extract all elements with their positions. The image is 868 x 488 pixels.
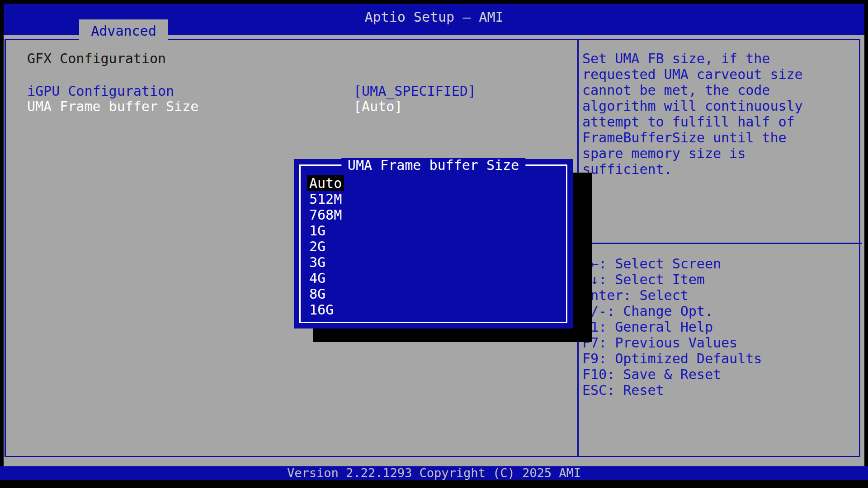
menu-item-value[interactable]: [Auto] xyxy=(354,99,402,114)
hotkey-general-help: F1: General Help xyxy=(582,319,762,335)
dialog-title: UMA Frame buffer Size xyxy=(341,158,525,173)
help-text: Set UMA FB size, if the requested UMA ca… xyxy=(582,51,860,177)
tab-advanced[interactable]: Advanced xyxy=(79,19,168,42)
option-2g[interactable]: 2G xyxy=(309,239,344,254)
version-text: Version 2.22.1293 Copyright (C) 2025 AMI xyxy=(0,466,868,480)
section-title: GFX Configuration xyxy=(27,51,166,66)
selected-option-highlight[interactable]: Auto xyxy=(307,175,344,191)
hotkey-optimized-defaults: F9: Optimized Defaults xyxy=(582,351,762,366)
option-3g[interactable]: 3G xyxy=(309,254,344,270)
menu-item-value[interactable]: [UMA_SPECIFIED] xyxy=(354,83,476,99)
option-16g[interactable]: 16G xyxy=(309,302,344,318)
hotkey-esc-reset: ESC: Reset xyxy=(582,382,762,398)
menu-item-label: UMA Frame buffer Size xyxy=(27,99,198,114)
hotkey-save-reset: F10: Save & Reset xyxy=(582,366,762,382)
dialog-option-list: Auto 512M 768M 1G 2G 3G 4G 8G 16G xyxy=(309,175,344,318)
hotkey-previous-values: F7: Previous Values xyxy=(582,335,762,351)
version-bar: Version 2.22.1293 Copyright (C) 2025 AMI xyxy=(0,466,868,480)
hotkey-select-screen: →←: Select Screen xyxy=(582,256,762,272)
option-8g[interactable]: 8G xyxy=(309,286,344,302)
bios-setup-screen: Aptio Setup – AMI Advanced GFX Configura… xyxy=(0,0,868,488)
hotkey-legend: →←: Select Screen ↑↓: Select Item Enter:… xyxy=(582,256,762,398)
option-auto[interactable]: Auto xyxy=(309,175,344,191)
hotkey-select-item: ↑↓: Select Item xyxy=(582,272,762,287)
uma-frame-buffer-size-dialog: UMA Frame buffer Size Auto 512M 768M 1G … xyxy=(294,159,573,328)
option-768m[interactable]: 768M xyxy=(309,207,344,223)
menu-item-label: iGPU Configuration xyxy=(27,83,174,99)
option-1g[interactable]: 1G xyxy=(309,223,344,239)
panel-divider-horizontal xyxy=(577,243,862,244)
hotkey-enter-select: Enter: Select xyxy=(582,287,762,303)
option-4g[interactable]: 4G xyxy=(309,270,344,286)
option-512m[interactable]: 512M xyxy=(309,191,344,207)
hotkey-change-opt: +/-: Change Opt. xyxy=(582,303,762,319)
